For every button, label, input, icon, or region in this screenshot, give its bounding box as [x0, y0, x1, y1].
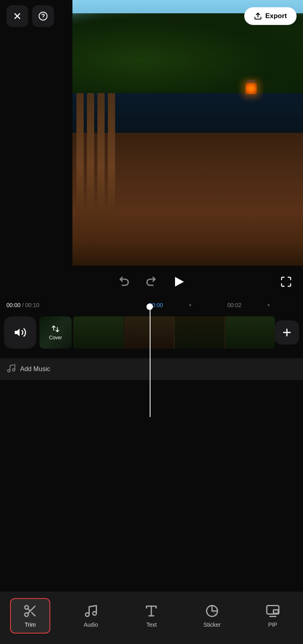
- svg-marker-3: [15, 329, 20, 336]
- tool-sticker[interactable]: Sticker: [192, 599, 232, 633]
- pip-icon-container: [266, 604, 280, 618]
- help-button[interactable]: [32, 5, 54, 27]
- audio-icon: [84, 604, 98, 618]
- fullscreen-button[interactable]: [277, 273, 295, 291]
- audio-label: Audio: [84, 621, 98, 628]
- time-marker-02: 00:02: [227, 302, 241, 308]
- tool-trim[interactable]: Trim: [10, 598, 50, 634]
- scissors-icon: [23, 604, 37, 618]
- cover-clip[interactable]: Cover: [39, 316, 72, 349]
- svg-rect-14: [273, 610, 278, 613]
- speaker-icon: [14, 326, 27, 339]
- video-thumb-4: [225, 316, 275, 349]
- sticker-icon: [205, 604, 219, 618]
- fullscreen-icon: [280, 276, 292, 288]
- plus-icon: [281, 327, 293, 338]
- undo-button[interactable]: [116, 273, 134, 291]
- trim-icon: [23, 604, 37, 618]
- video-background: [72, 0, 303, 266]
- export-label: Export: [265, 12, 287, 20]
- header-left: [6, 5, 54, 27]
- play-icon: [169, 273, 186, 291]
- current-time: 00:00: [6, 302, 21, 308]
- video-strip-inner: [73, 316, 275, 349]
- play-button[interactable]: [167, 272, 188, 292]
- export-button[interactable]: Export: [244, 7, 297, 25]
- tracks-area: Cover: [0, 312, 303, 353]
- audio-note-icon: [84, 604, 98, 618]
- add-music-row[interactable]: Add Music: [0, 358, 303, 380]
- add-music-label: Add Music: [20, 365, 50, 373]
- cover-text: Cover: [49, 335, 62, 341]
- text-icon-container: [144, 604, 159, 618]
- music-note-icon: [6, 363, 16, 373]
- export-icon: [254, 12, 262, 20]
- fence: [72, 93, 165, 239]
- time-separator: /: [22, 302, 24, 308]
- video-strip[interactable]: [73, 316, 275, 349]
- close-icon: [12, 11, 22, 21]
- video-thumb-2: [124, 316, 174, 349]
- header: Export: [0, 0, 303, 32]
- total-time: 00:10: [25, 302, 39, 308]
- video-preview: [72, 0, 303, 266]
- redo-icon: [144, 276, 157, 288]
- sticker-label: Sticker: [204, 621, 221, 628]
- text-label: Text: [146, 621, 157, 628]
- undo-icon: [119, 276, 131, 288]
- cover-label-container: Cover: [49, 324, 62, 341]
- tool-audio[interactable]: Audio: [71, 599, 111, 633]
- lantern-top: [247, 80, 255, 83]
- close-button[interactable]: [6, 5, 28, 27]
- bottom-toolbar: Trim Audio Text: [0, 592, 303, 644]
- tool-text[interactable]: Text: [131, 599, 171, 633]
- fence-post: [87, 93, 94, 239]
- tool-pip[interactable]: PIP: [253, 599, 293, 633]
- time-dot-2: [268, 304, 270, 306]
- fence-post: [108, 93, 115, 239]
- pip-icon: [266, 604, 280, 618]
- svg-point-0: [43, 18, 43, 19]
- lantern-body: [245, 83, 257, 94]
- svg-point-6: [8, 369, 10, 372]
- svg-point-7: [12, 369, 15, 371]
- pip-label: PIP: [268, 621, 277, 628]
- time-display: 00:00 / 00:10: [6, 302, 39, 308]
- trim-label: Trim: [25, 621, 36, 628]
- fence-post: [97, 93, 105, 239]
- time-dot-1: [189, 304, 191, 306]
- svg-point-10: [85, 613, 89, 617]
- playback-controls: [26, 272, 277, 292]
- fence-post: [76, 93, 84, 239]
- swap-icon: [51, 324, 60, 333]
- playhead-handle[interactable]: [146, 303, 153, 310]
- playhead-line: [150, 304, 150, 417]
- lantern: [245, 80, 257, 94]
- svg-point-11: [93, 612, 96, 615]
- video-thumb-1: [73, 316, 123, 349]
- music-icon: [6, 363, 16, 375]
- question-icon: [38, 11, 48, 21]
- text-tool-icon: [144, 604, 159, 618]
- sticker-icon-container: [205, 604, 219, 618]
- controls-bar: [0, 266, 303, 298]
- redo-button[interactable]: [142, 273, 159, 291]
- audio-toggle-button[interactable]: [4, 316, 36, 349]
- video-thumb-3: [175, 316, 225, 349]
- svg-marker-2: [175, 277, 184, 287]
- add-clip-button[interactable]: [275, 320, 299, 345]
